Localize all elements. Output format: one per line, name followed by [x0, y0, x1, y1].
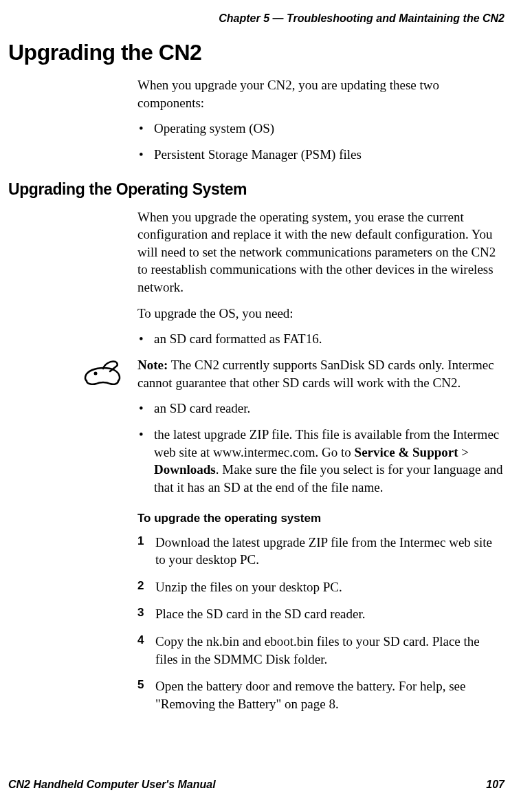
- page-title: Upgrading the CN2: [8, 40, 532, 65]
- note-text: Note: The CN2 currently supports SanDisk…: [124, 356, 505, 391]
- gt-separator: >: [458, 445, 469, 459]
- step-number: 4: [137, 633, 144, 649]
- list-item: 3Place the SD card in the SD card reader…: [137, 605, 505, 623]
- list-item: the latest upgrade ZIP file. This file i…: [137, 426, 505, 497]
- step-text: Place the SD card in the SD card reader.: [155, 607, 365, 621]
- intro-paragraph: When you upgrade your CN2, you are updat…: [137, 76, 505, 111]
- list-item: an SD card formatted as FAT16.: [137, 330, 505, 348]
- list-item: Persistent Storage Manager (PSM) files: [137, 146, 505, 164]
- note-block: Note: The CN2 currently supports SanDisk…: [82, 356, 505, 391]
- list-item: 1Download the latest upgrade ZIP file fr…: [137, 534, 505, 569]
- page-number: 107: [486, 778, 505, 791]
- page-footer: CN2 Handheld Computer User's Manual 107: [8, 778, 505, 791]
- step-number: 1: [137, 534, 144, 549]
- list-item: 5Open the battery door and remove the ba…: [137, 677, 505, 712]
- chapter-header: Chapter 5 — Troubleshooting and Maintain…: [0, 0, 532, 25]
- step-number: 2: [137, 578, 144, 594]
- footer-title: CN2 Handheld Computer User's Manual: [8, 778, 216, 791]
- os-paragraph: When you upgrade the operating system, y…: [137, 208, 505, 296]
- step-text: Open the battery door and remove the bat…: [155, 679, 465, 711]
- need-bullet-list-1: an SD card formatted as FAT16.: [137, 330, 505, 348]
- step-number: 3: [137, 605, 144, 621]
- list-item: Operating system (OS): [137, 120, 505, 138]
- svg-point-0: [94, 372, 98, 375]
- step-text: Download the latest upgrade ZIP file fro…: [155, 535, 492, 567]
- step-text: Copy the nk.bin and eboot.bin files to y…: [155, 634, 480, 666]
- os-need-text: To upgrade the OS, you need:: [137, 305, 505, 323]
- note-label: Note:: [137, 358, 168, 372]
- step-text: Unzip the files on your desktop PC.: [155, 580, 342, 594]
- intro-bullet-list: Operating system (OS) Persistent Storage…: [137, 120, 505, 163]
- downloads-bold: Downloads: [154, 462, 216, 477]
- section-heading: Upgrading the Operating System: [8, 180, 532, 199]
- need-bullet-list-2: an SD card reader. the latest upgrade ZI…: [137, 400, 505, 496]
- step-number: 5: [137, 677, 144, 693]
- service-support-bold: Service & Support: [355, 445, 458, 459]
- note-body: The CN2 currently supports SanDisk SD ca…: [137, 358, 494, 390]
- list-item: 2Unzip the files on your desktop PC.: [137, 578, 505, 596]
- list-item: 4Copy the nk.bin and eboot.bin files to …: [137, 633, 505, 668]
- list-item: an SD card reader.: [137, 400, 505, 417]
- step-list: 1Download the latest upgrade ZIP file fr…: [137, 534, 505, 713]
- procedure-heading: To upgrade the operating system: [137, 512, 532, 525]
- note-icon: [82, 358, 124, 391]
